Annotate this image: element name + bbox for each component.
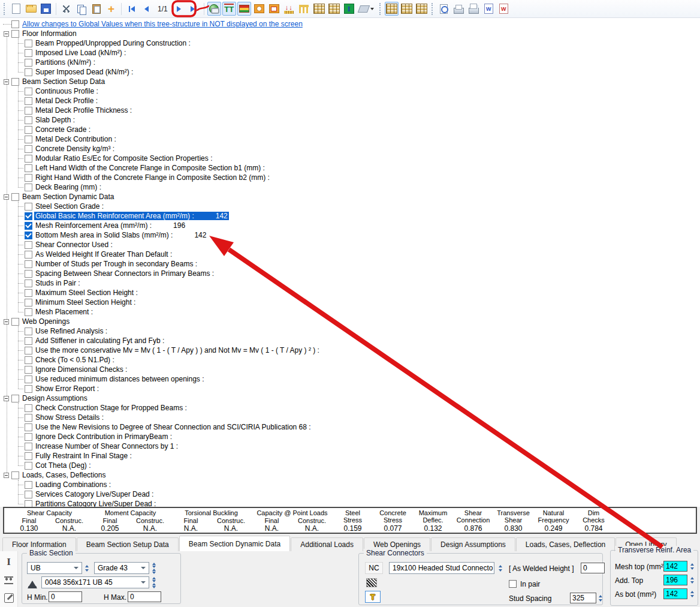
tree-checkbox[interactable] <box>25 366 32 374</box>
nav-first-icon[interactable] <box>125 2 138 16</box>
edit-data-tool-icon[interactable] <box>2 591 16 605</box>
section-type-select[interactable]: UB <box>27 562 82 574</box>
tree-label[interactable]: Concrete Density kg/m³ : <box>34 145 116 153</box>
tree-checkbox[interactable] <box>25 212 32 220</box>
tree-checkbox[interactable] <box>11 30 19 38</box>
tree-checkbox[interactable] <box>25 289 32 297</box>
stud-shape-button[interactable]: T <box>365 591 381 603</box>
rect-web-opening-icon[interactable] <box>267 2 281 16</box>
tree-checkbox[interactable] <box>25 107 32 115</box>
tree-checkbox[interactable] <box>25 164 32 172</box>
tree-label[interactable]: Spacing Between Shear Connectors in Prim… <box>34 269 215 278</box>
tree-label[interactable]: Shear Connector Used : <box>34 241 114 249</box>
collapse-toggle[interactable] <box>4 473 9 478</box>
save-icon[interactable] <box>39 2 53 16</box>
tree-checkbox[interactable] <box>25 241 32 249</box>
tab-design-assumptions[interactable]: Design Assumptions <box>431 537 515 551</box>
tree-label[interactable]: Show Stress Details : <box>34 413 105 422</box>
open-file-icon[interactable] <box>24 2 38 16</box>
shear-studs-icon[interactable] <box>222 2 236 16</box>
nav-prev-icon[interactable] <box>140 2 153 16</box>
tree-label[interactable]: Add Stiffener in calculating Fyt and Fyb… <box>34 336 165 345</box>
collapse-toggle[interactable] <box>4 194 9 200</box>
in-pair-checkbox[interactable] <box>509 580 517 588</box>
tree-checkbox[interactable] <box>25 184 32 191</box>
tree-label[interactable]: Continuous Profile : <box>34 87 99 95</box>
tree-label[interactable]: Fully Restraint In Final Stage : <box>34 452 133 460</box>
tree-checkbox[interactable] <box>25 452 32 460</box>
tree-label[interactable]: Metal Deck Profile Thickness : <box>34 106 133 115</box>
tree-label[interactable]: Show Error Report : <box>34 384 100 393</box>
tree-checkbox[interactable] <box>11 78 19 86</box>
tree-label[interactable]: Use Refined Analysis : <box>34 327 108 335</box>
tree-checkbox[interactable] <box>25 251 32 259</box>
tree-label[interactable]: Slab Depth : <box>34 116 76 124</box>
section-type-spinner[interactable] <box>83 562 90 574</box>
tree-label[interactable]: Global Basic Mesh Reinforcement Area (mm… <box>34 212 229 220</box>
tree-checkbox[interactable] <box>25 203 32 211</box>
beam-view-3-icon[interactable] <box>415 2 429 16</box>
beam-view-1-icon[interactable] <box>385 2 399 16</box>
tree-label[interactable]: Metal Deck Contribution : <box>34 135 117 143</box>
steel-section-icon[interactable] <box>342 2 356 16</box>
tree-label[interactable]: Minimum Steel Section Height : <box>34 298 137 306</box>
tree-checkbox[interactable] <box>11 471 19 479</box>
as-bot-input[interactable] <box>663 588 687 599</box>
mesh-hatch-icon[interactable] <box>366 578 377 587</box>
nav-last-icon[interactable] <box>187 2 201 16</box>
tree-checkbox[interactable] <box>25 327 32 335</box>
collapse-toggle[interactable] <box>4 396 9 401</box>
word-report-icon[interactable] <box>482 2 496 16</box>
tree-label[interactable]: Steel Section Grade : <box>34 202 105 211</box>
tree-checkbox[interactable] <box>25 145 32 153</box>
grade-spinner[interactable] <box>150 561 158 575</box>
tree-checkbox[interactable] <box>25 481 32 489</box>
global-values-link-icon[interactable] <box>207 2 221 16</box>
tree-checkbox[interactable] <box>25 49 32 57</box>
tab-loads-cases-deflection[interactable]: Loads, Cases, Deflection <box>516 537 615 551</box>
h-min-input[interactable] <box>49 591 82 602</box>
metal-deck-icon[interactable] <box>297 2 311 16</box>
tree-label[interactable]: Floor Information <box>21 29 78 38</box>
tree-checkbox[interactable] <box>25 414 32 422</box>
tree-checkbox[interactable] <box>11 20 19 28</box>
tree-checkbox[interactable] <box>25 462 32 470</box>
stud-pair-tool-icon[interactable] <box>2 573 16 587</box>
tree-label[interactable]: Use the New Revisions to Degree of Shear… <box>34 423 312 431</box>
add-record-icon[interactable] <box>104 2 118 16</box>
tree-label[interactable]: Web Openings <box>21 317 71 326</box>
global-values-link[interactable]: Allow changes to Global Values when this… <box>21 20 304 28</box>
tree-label[interactable]: Partitions (kN/m²) : <box>34 58 96 67</box>
tree-label[interactable]: Studs in Pair : <box>34 279 82 287</box>
tree-label[interactable]: Ignore Deck Contribution in PrimaryBeam … <box>34 432 173 441</box>
nc-button[interactable]: NC <box>365 562 383 574</box>
print-preview-icon[interactable] <box>437 2 451 16</box>
tree-checkbox[interactable] <box>25 155 32 163</box>
connector-type-spinner[interactable] <box>496 562 504 574</box>
word-report-alt-icon[interactable] <box>497 2 511 16</box>
tree-label[interactable]: Deck Bearing (mm) : <box>34 183 102 191</box>
tree-checkbox[interactable] <box>25 222 32 230</box>
new-document-icon[interactable] <box>9 2 23 16</box>
tree-label[interactable]: Design Assumptions <box>21 394 89 402</box>
tree-checkbox[interactable] <box>25 308 32 316</box>
tree-label[interactable]: Right Hand Width of the Concrete Flange … <box>34 173 271 182</box>
tree-checkbox[interactable] <box>25 126 32 134</box>
tree-checkbox[interactable] <box>25 433 32 441</box>
stud-spacing-input[interactable] <box>570 593 596 603</box>
nav-next-icon[interactable] <box>172 2 186 16</box>
tree-label[interactable]: Beam Propped/Unpropped During Constructi… <box>34 39 192 47</box>
tree-label[interactable]: Super Imposed Dead (kN/m²) : <box>34 68 134 76</box>
tree-checkbox[interactable] <box>25 88 32 95</box>
tree-label[interactable]: Mesh Placement : <box>34 308 94 316</box>
collapse-toggle[interactable] <box>4 79 9 85</box>
tree-checkbox[interactable] <box>25 68 32 76</box>
tree-label[interactable]: Ignore Dimensional Checks : <box>34 365 128 374</box>
as-welded-height-input[interactable] <box>581 563 605 573</box>
tree-checkbox[interactable] <box>25 97 32 105</box>
tree-checkbox[interactable] <box>25 232 32 239</box>
h-max-input[interactable] <box>128 591 161 602</box>
section-profile-spinner[interactable] <box>150 575 158 590</box>
measure-tool-icon[interactable] <box>357 2 376 16</box>
tree-label[interactable]: Use reduced minimum distances between op… <box>34 375 205 383</box>
